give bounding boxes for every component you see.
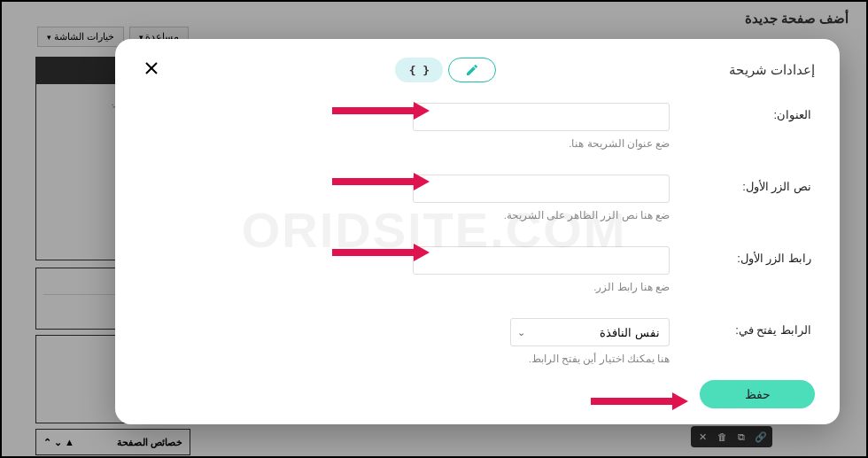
- slide-settings-modal: { } إعدادات شريحة العنوان: ضع عنوان الشر…: [115, 39, 840, 424]
- label-title: العنوان:: [696, 103, 811, 121]
- help-button1-link: ضع هنا رابط الزر.: [413, 281, 670, 293]
- modal-footer: حفظ: [140, 376, 815, 408]
- select-link-target[interactable]: نفس النافذة: [510, 318, 670, 346]
- close-icon: [143, 60, 159, 76]
- tab-edit[interactable]: [448, 58, 496, 82]
- help-title: ضع عنوان الشريحة هنا.: [413, 137, 670, 150]
- help-link-target: هنا يمكنك اختيار أين يفتح الرابط.: [413, 353, 670, 365]
- tab-code[interactable]: { }: [395, 58, 443, 82]
- row-button1-link: رابط الزر الأول: ضع هنا رابط الزر.: [140, 246, 811, 293]
- row-link-target: الرابط يفتح في: نفس النافذة ⌄ هنا يمكنك …: [140, 318, 811, 365]
- modal-header: { } إعدادات شريحة: [140, 57, 815, 83]
- modal-title: إعدادات شريحة: [729, 62, 815, 78]
- modal-body: العنوان: ضع عنوان الشريحة هنا. نص الزر ا…: [140, 103, 815, 376]
- save-button[interactable]: حفظ: [700, 380, 815, 408]
- code-icon: { }: [409, 64, 430, 77]
- modal-tabs: { }: [395, 58, 496, 82]
- input-button1-link[interactable]: [413, 246, 670, 275]
- input-title[interactable]: [413, 103, 670, 131]
- label-button1-text: نص الزر الأول:: [696, 175, 811, 193]
- input-button1-text[interactable]: [413, 175, 670, 203]
- label-link-target: الرابط يفتح في:: [696, 318, 811, 337]
- help-button1-text: ضع هنا نص الزر الظاهر على الشريحة.: [413, 209, 670, 221]
- label-button1-link: رابط الزر الأول:: [696, 246, 811, 265]
- close-button[interactable]: [140, 57, 163, 83]
- row-title: العنوان: ضع عنوان الشريحة هنا.: [140, 103, 811, 150]
- row-button1-text: نص الزر الأول: ضع هنا نص الزر الظاهر على…: [140, 175, 811, 221]
- pencil-icon: [465, 63, 479, 77]
